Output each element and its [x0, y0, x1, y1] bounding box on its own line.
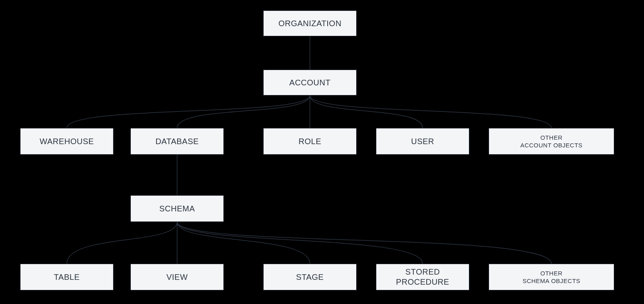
node-other-schema-label: OTHER SCHEMA OBJECTS	[522, 269, 580, 285]
node-stage-label: STAGE	[296, 272, 324, 282]
node-role-label: ROLE	[299, 136, 321, 147]
node-stored-procedure: STORED PROCEDURE	[376, 264, 469, 290]
node-schema-label: SCHEMA	[159, 204, 195, 214]
node-view: VIEW	[130, 264, 224, 290]
node-user: USER	[376, 128, 469, 155]
node-other-schema-objects: OTHER SCHEMA OBJECTS	[489, 264, 614, 290]
node-table-label: TABLE	[54, 272, 80, 282]
node-role: ROLE	[263, 128, 357, 155]
node-stage: STAGE	[263, 264, 357, 290]
node-account: ACCOUNT	[263, 70, 357, 95]
node-other-account-label: OTHER ACCOUNT OBJECTS	[520, 134, 583, 149]
node-warehouse-label: WAREHOUSE	[40, 136, 94, 147]
node-organization-label: ORGANIZATION	[279, 19, 342, 29]
node-database: DATABASE	[130, 128, 224, 155]
node-organization: ORGANIZATION	[263, 10, 357, 36]
node-warehouse: WAREHOUSE	[20, 128, 114, 155]
node-other-account-objects: OTHER ACCOUNT OBJECTS	[489, 128, 614, 155]
node-table: TABLE	[20, 264, 114, 290]
node-user-label: USER	[411, 136, 434, 147]
node-stored-procedure-label: STORED PROCEDURE	[396, 267, 449, 287]
node-database-label: DATABASE	[155, 136, 199, 147]
hierarchy-diagram: ORGANIZATION ACCOUNT WAREHOUSE DATABASE …	[0, 0, 644, 304]
node-view-label: VIEW	[166, 272, 188, 282]
node-account-label: ACCOUNT	[289, 78, 330, 88]
node-schema: SCHEMA	[130, 195, 224, 222]
